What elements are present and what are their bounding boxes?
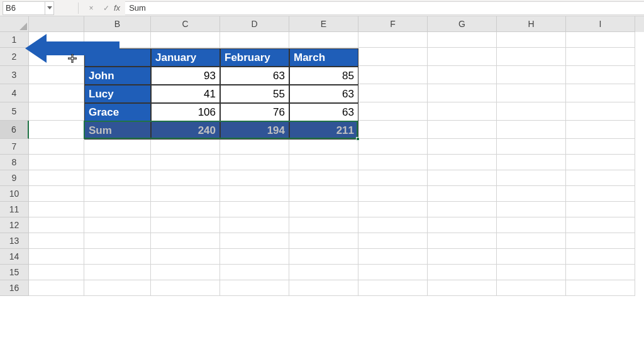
grid-cell[interactable] bbox=[566, 66, 635, 84]
name-box-dropdown[interactable] bbox=[45, 1, 54, 15]
col-header-d[interactable]: D bbox=[220, 16, 289, 32]
grid-cell[interactable] bbox=[497, 202, 566, 217]
table-row-name[interactable]: Grace bbox=[84, 103, 151, 121]
grid-cell[interactable] bbox=[84, 217, 151, 233]
grid-cell[interactable] bbox=[428, 155, 497, 170]
grid-cell[interactable] bbox=[497, 155, 566, 170]
row-header[interactable]: 13 bbox=[0, 233, 29, 249]
row-header[interactable]: 5 bbox=[0, 102, 29, 121]
col-header-h[interactable]: H bbox=[497, 16, 566, 32]
grid-cell[interactable] bbox=[358, 265, 428, 280]
row-header[interactable]: 16 bbox=[0, 280, 29, 296]
grid-cell[interactable] bbox=[566, 249, 635, 265]
grid-cell[interactable] bbox=[220, 265, 289, 280]
grid-cell[interactable] bbox=[220, 233, 289, 249]
col-header-a[interactable] bbox=[29, 16, 84, 32]
grid-cell[interactable] bbox=[358, 84, 428, 102]
grid-cell[interactable] bbox=[358, 186, 428, 202]
grid-cell[interactable] bbox=[84, 170, 151, 186]
formula-input[interactable] bbox=[125, 1, 644, 15]
grid-cell[interactable] bbox=[220, 139, 289, 155]
grid-cell[interactable] bbox=[566, 265, 635, 280]
row-header[interactable]: 4 bbox=[0, 84, 29, 102]
table-cell[interactable]: 63 bbox=[289, 103, 358, 121]
grid-cell[interactable] bbox=[566, 202, 635, 217]
grid-cell[interactable] bbox=[29, 155, 84, 170]
grid-cell[interactable] bbox=[428, 202, 497, 217]
grid-cell[interactable] bbox=[428, 170, 497, 186]
row-header[interactable]: 3 bbox=[0, 66, 29, 84]
row-header[interactable]: 7 bbox=[0, 139, 29, 155]
grid-cell[interactable] bbox=[497, 121, 566, 139]
grid-cell[interactable] bbox=[566, 186, 635, 202]
name-box[interactable]: B6 bbox=[3, 1, 45, 15]
fill-handle[interactable] bbox=[356, 137, 360, 141]
row-header[interactable]: 8 bbox=[0, 155, 29, 170]
grid-cell[interactable] bbox=[497, 249, 566, 265]
grid-cell[interactable] bbox=[566, 170, 635, 186]
col-header-c[interactable]: C bbox=[151, 16, 220, 32]
grid-cell[interactable] bbox=[497, 48, 566, 66]
grid-cell[interactable] bbox=[497, 32, 566, 48]
grid-cell[interactable] bbox=[29, 280, 84, 296]
grid-cell[interactable] bbox=[220, 217, 289, 233]
grid-cell[interactable] bbox=[358, 170, 428, 186]
grid-cell[interactable] bbox=[151, 233, 220, 249]
col-header-e[interactable]: E bbox=[289, 16, 358, 32]
row-header[interactable]: 15 bbox=[0, 265, 29, 280]
row-header[interactable]: 11 bbox=[0, 202, 29, 217]
grid-cell[interactable] bbox=[289, 249, 358, 265]
grid-cell[interactable] bbox=[151, 32, 220, 48]
col-header-g[interactable]: G bbox=[428, 16, 497, 32]
grid-cell[interactable] bbox=[84, 265, 151, 280]
grid-cell[interactable] bbox=[220, 202, 289, 217]
grid-cell[interactable] bbox=[358, 32, 428, 48]
grid-cell[interactable] bbox=[497, 102, 566, 121]
grid-cell[interactable] bbox=[428, 66, 497, 84]
grid-cell[interactable] bbox=[84, 155, 151, 170]
grid-cell[interactable] bbox=[497, 139, 566, 155]
grid-cell[interactable] bbox=[220, 249, 289, 265]
grid-cell[interactable] bbox=[220, 155, 289, 170]
table-cell[interactable]: 63 bbox=[220, 67, 289, 85]
table-cell[interactable]: 76 bbox=[220, 103, 289, 121]
grid-cell[interactable] bbox=[29, 84, 84, 102]
grid-cell[interactable] bbox=[358, 280, 428, 296]
grid-cell[interactable] bbox=[358, 48, 428, 66]
grid-cell[interactable] bbox=[566, 121, 635, 139]
table-sum-label[interactable]: Sum bbox=[84, 121, 151, 140]
grid-cell[interactable] bbox=[289, 233, 358, 249]
grid-cell[interactable] bbox=[566, 155, 635, 170]
grid-cell[interactable] bbox=[566, 32, 635, 48]
grid-cell[interactable] bbox=[497, 233, 566, 249]
grid-cell[interactable] bbox=[151, 186, 220, 202]
grid-cell[interactable] bbox=[29, 186, 84, 202]
grid-cell[interactable] bbox=[29, 202, 84, 217]
fx-label[interactable]: fx bbox=[114, 3, 120, 13]
grid-cell[interactable] bbox=[29, 121, 84, 139]
grid-cell[interactable] bbox=[289, 280, 358, 296]
grid-cell[interactable] bbox=[428, 84, 497, 102]
grid-cell[interactable] bbox=[566, 102, 635, 121]
grid-cell[interactable] bbox=[497, 84, 566, 102]
table-cell[interactable]: 93 bbox=[151, 67, 220, 85]
grid-cell[interactable] bbox=[84, 202, 151, 217]
grid-cell[interactable] bbox=[84, 186, 151, 202]
grid-cell[interactable] bbox=[29, 233, 84, 249]
grid-cell[interactable] bbox=[566, 139, 635, 155]
grid-cell[interactable] bbox=[497, 280, 566, 296]
table-sum-cell[interactable]: 211 bbox=[289, 121, 358, 140]
col-header-i[interactable]: I bbox=[566, 16, 635, 32]
grid-cell[interactable] bbox=[358, 121, 428, 139]
table-row-name[interactable]: Lucy bbox=[84, 85, 151, 103]
grid-cell[interactable] bbox=[497, 186, 566, 202]
table-sum-cell[interactable]: 194 bbox=[220, 121, 289, 140]
grid-cell[interactable] bbox=[358, 139, 428, 155]
grid-cell[interactable] bbox=[497, 217, 566, 233]
grid-cell[interactable] bbox=[428, 139, 497, 155]
row-header[interactable]: 14 bbox=[0, 249, 29, 265]
cancel-button[interactable]: × bbox=[85, 2, 97, 14]
grid-cell[interactable] bbox=[566, 217, 635, 233]
table-cell[interactable]: 55 bbox=[220, 85, 289, 103]
grid-cell[interactable] bbox=[220, 32, 289, 48]
